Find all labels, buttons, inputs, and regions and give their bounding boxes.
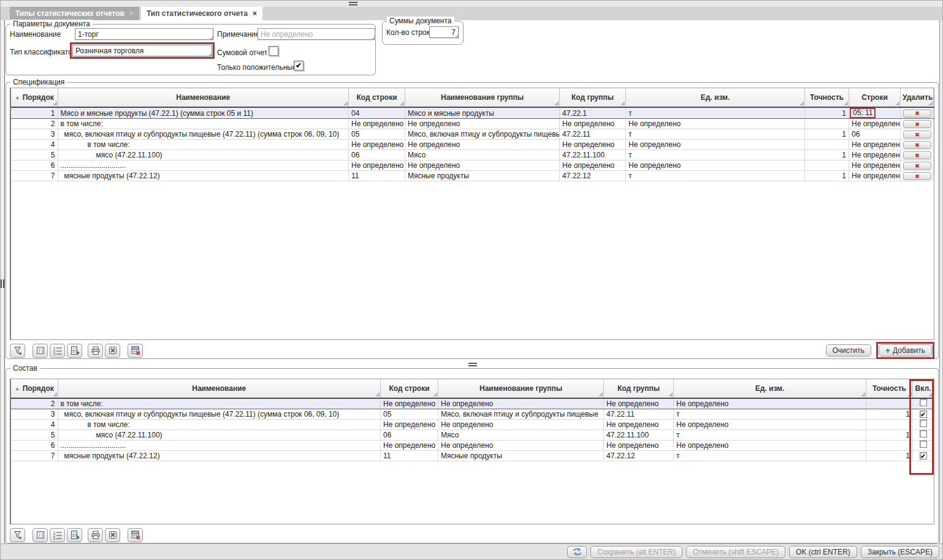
name-cell: в том числе: xyxy=(58,419,381,429)
include-checkbox[interactable] xyxy=(920,399,927,406)
include-checkbox[interactable] xyxy=(920,452,927,460)
save-button[interactable]: Сохранить (alt ENTER) xyxy=(590,546,682,558)
export-excel-icon[interactable] xyxy=(105,528,120,542)
column-header-order[interactable]: Порядок xyxy=(11,88,58,107)
table-row[interactable]: 5мясо (47.22.11.100)06Мясо47.22.11.100т1… xyxy=(11,150,934,161)
column-header-group-code[interactable]: Код группы xyxy=(560,88,626,107)
column-header-line-code[interactable]: Код строки xyxy=(349,88,405,107)
group-legend: Спецификация xyxy=(10,78,67,86)
cancel-button[interactable]: Отменить (shift ESCAPE) xyxy=(686,546,785,558)
header-row: Порядок Наименование Код строки Наименов… xyxy=(11,379,934,398)
delete-row-button[interactable] xyxy=(903,162,931,170)
column-header-group-name[interactable]: Наименование группы xyxy=(405,88,560,107)
group-code-cell: 47.22.11 xyxy=(604,409,674,419)
line-code-cell: 11 xyxy=(349,171,405,181)
table-delete-icon[interactable] xyxy=(128,344,143,358)
column-header-include[interactable]: Вкл. xyxy=(913,379,934,398)
column-settings-icon[interactable] xyxy=(32,528,48,542)
include-checkbox[interactable] xyxy=(920,411,927,418)
close-icon[interactable] xyxy=(253,7,257,20)
tab-report-types[interactable]: Типы статистических отчетов xyxy=(10,7,139,20)
order-cell: 6 xyxy=(11,161,58,171)
column-header-precision[interactable]: Точность xyxy=(805,88,849,107)
column-header-lines[interactable]: Строки xyxy=(849,88,901,107)
filter-add-icon[interactable] xyxy=(10,344,25,358)
tab-report-type[interactable]: Тип статистического отчета xyxy=(141,7,262,20)
calculator-add-icon[interactable] xyxy=(67,344,82,358)
include-checkbox[interactable] xyxy=(920,441,927,448)
table-delete-icon[interactable] xyxy=(128,528,143,542)
note-input[interactable] xyxy=(258,28,375,40)
table-row[interactable]: 1Мясо и мясные продукты (47.22.1) (сумма… xyxy=(11,107,934,119)
column-header-precision[interactable]: Точность xyxy=(866,379,913,398)
column-header-unit[interactable]: Ед. изм. xyxy=(674,379,866,398)
include-checkbox[interactable] xyxy=(920,430,927,437)
column-header-unit[interactable]: Ед. изм. xyxy=(626,88,805,107)
precision-cell xyxy=(866,440,913,450)
delete-cell xyxy=(901,129,934,140)
precision-cell: 1 xyxy=(866,450,913,461)
refresh-button[interactable] xyxy=(567,546,587,558)
close-icon[interactable] xyxy=(129,7,134,20)
clear-button[interactable]: Очистить xyxy=(826,344,871,357)
column-header-delete[interactable]: Удалить xyxy=(901,88,934,107)
ok-button[interactable]: OK (ctrl ENTER) xyxy=(789,546,857,558)
delete-row-button[interactable] xyxy=(903,110,931,118)
column-header-name[interactable]: Наименование xyxy=(58,88,349,107)
order-cell: 3 xyxy=(11,409,58,419)
delete-row-button[interactable] xyxy=(903,131,931,138)
table-row[interactable]: 7мясные продукты (47.22.12)11Мясные прод… xyxy=(11,450,934,461)
close-button[interactable]: Закрыть (ESCAPE) xyxy=(861,546,939,558)
column-header-name[interactable]: Наименование xyxy=(58,379,381,398)
add-button[interactable]: Добавить xyxy=(879,344,932,357)
name-input[interactable] xyxy=(75,28,213,40)
positive-only-label: Только положительные xyxy=(217,62,297,74)
group-legend: Суммы документа xyxy=(387,17,454,25)
filter-add-icon[interactable] xyxy=(10,528,25,542)
column-settings-icon[interactable] xyxy=(32,344,48,358)
print-icon[interactable] xyxy=(88,528,103,542)
calculator-add-icon[interactable] xyxy=(67,528,82,542)
print-icon[interactable] xyxy=(88,344,103,358)
table-row[interactable]: 6................................Не опре… xyxy=(11,161,934,171)
include-checkbox[interactable] xyxy=(920,420,927,427)
sort-asc-icon xyxy=(15,385,20,392)
top-splitter-grip[interactable] xyxy=(349,2,357,6)
row-numbering-icon[interactable]: 123 xyxy=(50,344,65,358)
order-cell: 1 xyxy=(11,107,58,119)
right-border-strip xyxy=(939,20,942,545)
sum-report-checkbox[interactable] xyxy=(269,46,278,56)
order-cell: 6 xyxy=(11,440,58,450)
table-row[interactable]: 4в том числе:Не определеноНе определеноН… xyxy=(11,140,934,150)
unit-cell: Не определено xyxy=(674,419,866,429)
line-code-cell: 06 xyxy=(349,150,405,161)
table-row[interactable]: 6................................Не опре… xyxy=(11,440,934,450)
order-cell: 2 xyxy=(11,119,58,129)
classifier-input[interactable] xyxy=(72,45,212,56)
table-row[interactable]: 3мясо, включая птицу и субпродукты пищев… xyxy=(11,409,934,419)
export-excel-icon[interactable] xyxy=(105,344,120,358)
table-row[interactable]: 2в том числе:Не определеноНе определеноН… xyxy=(11,119,934,129)
table-row[interactable]: 7мясные продукты (47.22.12)11Мясные прод… xyxy=(11,171,934,181)
column-header-line-code[interactable]: Код строки xyxy=(381,379,438,398)
group-name-cell: Мясо и мясные продукты xyxy=(405,107,560,119)
order-cell: 4 xyxy=(11,140,58,150)
delete-row-button[interactable] xyxy=(903,120,931,128)
column-header-group-code[interactable]: Код группы xyxy=(604,379,674,398)
row-count-input[interactable] xyxy=(429,26,459,38)
precision-cell xyxy=(866,419,913,429)
delete-row-button[interactable] xyxy=(903,172,931,180)
middle-splitter-grip[interactable] xyxy=(468,363,477,366)
delete-row-button[interactable] xyxy=(903,151,931,159)
table-row[interactable]: 2в том числе:Не определеноНе определеноН… xyxy=(11,398,934,409)
row-numbering-icon[interactable]: 123 xyxy=(50,528,65,542)
column-header-order[interactable]: Порядок xyxy=(11,379,58,398)
positive-only-checkbox[interactable] xyxy=(294,61,304,70)
column-header-group-name[interactable]: Наименование группы xyxy=(438,379,604,398)
delete-row-button[interactable] xyxy=(903,141,931,149)
table-row[interactable]: 5мясо (47.22.11.100)06Мясо47.22.11.100т1 xyxy=(11,429,934,440)
left-splitter-grip[interactable] xyxy=(1,279,4,288)
table-row[interactable]: 4в том числе:Не определеноНе определеноН… xyxy=(11,419,934,429)
lines-cell: Не определено xyxy=(849,161,901,171)
table-row[interactable]: 3мясо, включая птицу и субпродукты пищев… xyxy=(11,129,934,140)
